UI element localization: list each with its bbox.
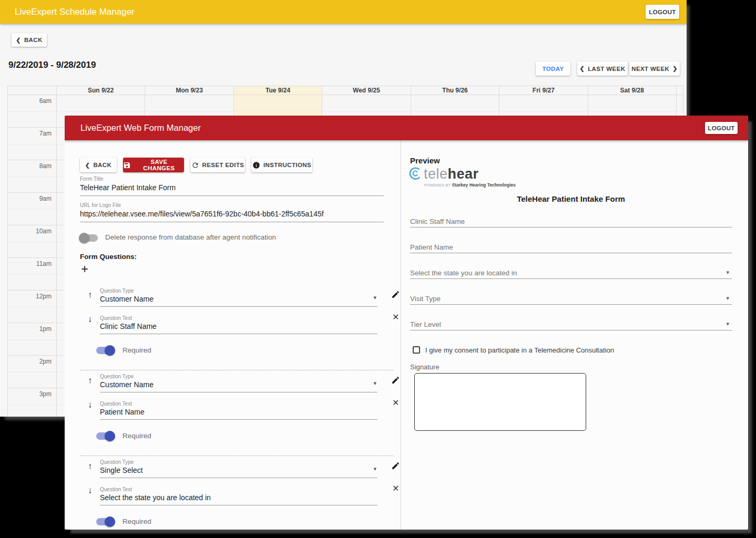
form-back-button[interactable]: ❮ BACK	[80, 158, 117, 172]
save-icon	[123, 161, 131, 169]
question-text-input[interactable]: Question Text Patient Name	[100, 401, 377, 420]
telehear-logo: telehear POWERED BY Starkey Hearing Tech…	[408, 166, 516, 188]
move-up-icon[interactable]: ↑	[88, 290, 93, 301]
brand-hear: hear	[448, 166, 479, 182]
calendar-time-label: 10am	[7, 225, 56, 257]
preview-form-title: TeleHear Patient Intake Form	[410, 194, 732, 203]
calendar-time-label: 2pm	[7, 356, 56, 388]
panel-divider	[401, 140, 401, 530]
calendar-time-label: 9am	[7, 193, 56, 225]
required-toggle[interactable]	[96, 518, 114, 525]
schedule-header-bar: LiveExpert Schedule Manager LOGOUT	[0, 0, 687, 24]
form-window-title: LiveExpert Web Form Manager	[80, 116, 201, 140]
preview-text-field[interactable]: Clinic Staff Name	[410, 209, 732, 234]
add-question-icon[interactable]: +	[81, 263, 88, 275]
edit-pencil-icon	[391, 461, 400, 470]
calendar-day-header: Mon 9/23	[145, 86, 233, 95]
calendar-day-header: Wed 9/25	[322, 86, 410, 95]
question-block: ↑ ↓ Question Type Customer Name ▾ Questi…	[80, 370, 393, 456]
consent-checkbox[interactable]	[413, 346, 420, 354]
refresh-icon	[191, 161, 199, 169]
preview-select-field[interactable]: Visit Type ▾	[410, 286, 732, 312]
questions-list: ↑ ↓ Question Type Customer Name ▾ Questi…	[80, 285, 393, 530]
last-week-button[interactable]: ❮ LAST WEEK	[577, 61, 628, 76]
chevron-left-icon: ❮	[85, 162, 90, 169]
required-label: Required	[122, 518, 151, 525]
calendar-time-label: 6am	[7, 95, 56, 127]
required-label: Required	[122, 432, 151, 440]
calendar-day-header: Fri 9/27	[499, 86, 587, 95]
required-toggle[interactable]	[96, 347, 114, 354]
reset-edits-button[interactable]: RESET EDITS	[190, 158, 245, 172]
logo-url-input[interactable]: URL for Logo File https://telehear.vsee.…	[80, 202, 384, 222]
move-up-icon[interactable]: ↑	[88, 461, 93, 472]
schedule-logout-button[interactable]: LOGOUT	[646, 5, 679, 19]
dropdown-caret-icon: ▾	[373, 465, 376, 472]
question-type-select[interactable]: Question Type Customer Name ▾	[100, 374, 377, 392]
schedule-back-button[interactable]: ❮ BACK	[12, 33, 47, 47]
move-down-icon[interactable]: ↓	[88, 400, 93, 410]
form-header-bar: LiveExpert Web Form Manager LOGOUT	[65, 116, 748, 140]
dropdown-caret-icon: ▾	[726, 295, 729, 302]
move-up-icon[interactable]: ↑	[88, 376, 93, 386]
edit-pencil-icon	[391, 376, 400, 385]
chevron-left-icon: ❮	[16, 37, 21, 44]
question-type-select[interactable]: Question Type Single Select ▾	[100, 459, 377, 478]
edit-question-button[interactable]	[391, 461, 400, 472]
move-down-icon[interactable]: ↓	[88, 485, 93, 496]
move-down-icon[interactable]: ↓	[88, 314, 93, 325]
form-title-input[interactable]: Form Title TeleHear Patient Intake Form	[80, 176, 384, 196]
question-text-input[interactable]: Question Text Clinic Staff Name	[100, 315, 377, 334]
calendar-time-label: 8am	[7, 160, 56, 192]
delete-response-toggle-label: Delete response from database after agen…	[105, 233, 276, 241]
delete-question-icon[interactable]: ✕	[392, 398, 399, 408]
question-text-input[interactable]: Question Text Select the state you are l…	[100, 487, 377, 505]
next-week-button[interactable]: NEXT WEEK ❯	[629, 61, 680, 76]
calendar-day-header: Sun 9/22	[56, 86, 145, 95]
edit-question-button[interactable]	[391, 290, 400, 301]
info-icon	[252, 161, 260, 169]
brand-tele: tele	[424, 166, 448, 182]
preview-heading: Preview	[410, 156, 440, 165]
chevron-left-icon: ❮	[580, 65, 585, 72]
required-toggle[interactable]	[96, 432, 114, 440]
delete-response-toggle[interactable]	[80, 234, 98, 242]
signature-label: Signature	[410, 363, 440, 371]
preview-text-field[interactable]: Patient Name	[410, 234, 732, 260]
calendar-time-label: 7am	[7, 128, 56, 160]
save-changes-button[interactable]: SAVE CHANGES	[123, 158, 184, 172]
week-date-range: 9/22/2019 - 9/28/2019	[8, 60, 96, 70]
dropdown-caret-icon: ▾	[726, 269, 729, 276]
dropdown-caret-icon: ▾	[726, 320, 729, 327]
calendar-corner	[7, 86, 56, 95]
preview-select-field[interactable]: Tier Level ▾	[410, 312, 732, 337]
chevron-right-icon: ❯	[672, 65, 678, 72]
company-name: Starkey Hearing Technologies	[452, 182, 516, 188]
calendar-time-label: 12pm	[7, 291, 56, 323]
instructions-button[interactable]: INSTRUCTIONS	[251, 158, 312, 172]
calendar-sliver	[676, 86, 683, 95]
delete-question-icon[interactable]: ✕	[392, 312, 399, 322]
calendar-time-label: 11am	[7, 258, 56, 290]
dropdown-caret-icon: ▾	[373, 294, 376, 301]
signature-pad[interactable]	[414, 373, 586, 431]
question-type-select[interactable]: Question Type Customer Name ▾	[100, 288, 377, 307]
calendar-time-label: 1pm	[7, 323, 56, 355]
preview-fields: Clinic Staff Name Patient Name Select th…	[410, 209, 732, 337]
web-form-manager-window: LiveExpert Web Form Manager LOGOUT ❮ BAC…	[65, 116, 748, 530]
question-block: ↑ ↓ Question Type Single Select ▾ Questi…	[80, 456, 393, 530]
question-block: ↑ ↓ Question Type Customer Name ▾ Questi…	[80, 285, 393, 370]
schedule-window-title: LiveExpert Schedule Manager	[15, 0, 135, 24]
form-logout-button[interactable]: LOGOUT	[705, 122, 738, 134]
dropdown-caret-icon: ▾	[373, 380, 376, 387]
calendar-day-header: Sat 9/28	[588, 86, 676, 95]
ear-icon	[408, 166, 422, 182]
calendar-day-header: Thu 9/26	[411, 86, 499, 95]
preview-select-field[interactable]: Select the state you are located in ▾	[410, 260, 732, 286]
consent-checkbox-label: I give my consent to participate in a Te…	[425, 346, 614, 354]
delete-question-icon[interactable]: ✕	[392, 483, 399, 493]
today-button[interactable]: TODAY	[536, 61, 570, 76]
edit-question-button[interactable]	[391, 376, 400, 387]
calendar-time-label: 3pm	[7, 388, 56, 417]
required-label: Required	[122, 346, 151, 354]
